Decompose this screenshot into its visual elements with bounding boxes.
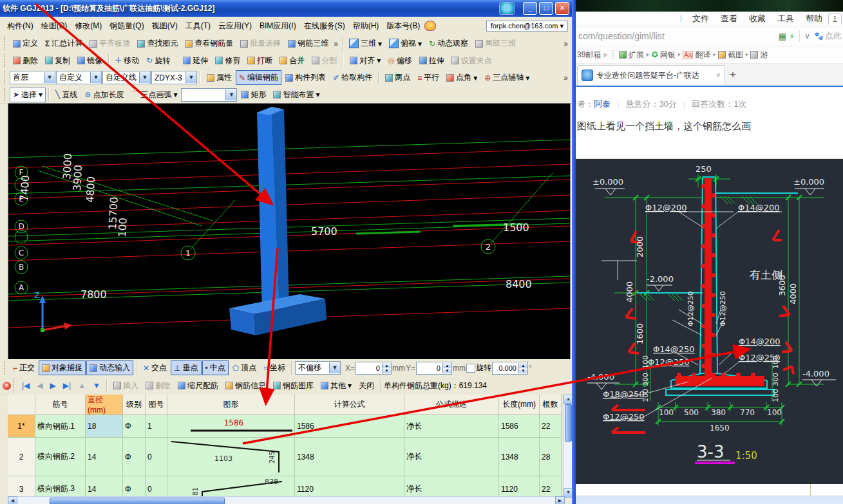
scaled-rebar-button[interactable]: 缩尺配筋 (175, 378, 222, 393)
set-grip-button[interactable]: 设置夹点 (448, 53, 495, 68)
last-row-button[interactable]: ▶| (60, 379, 74, 392)
other-menu-button[interactable]: 其他 ▾ (317, 378, 355, 393)
cell-length[interactable]: 1586 (499, 415, 540, 438)
vertex-snap-button[interactable]: ⬠顶点 (229, 360, 260, 375)
menu-bim[interactable]: BIM应用(I) (256, 19, 299, 33)
insert-row-button[interactable]: 插入 (110, 378, 142, 393)
chevron-down-icon[interactable]: ▼ (225, 89, 236, 100)
cell-desc[interactable]: 净长 (404, 415, 499, 438)
col-header-desc[interactable]: 公式描述 (404, 395, 499, 415)
scrollbar-thumb[interactable] (50, 498, 225, 504)
component-list-button[interactable]: 构件列表 (282, 70, 329, 85)
cell-length[interactable]: 1348 (499, 438, 540, 476)
bookmark-extensions[interactable]: 扩展▾ (619, 50, 649, 61)
browser-menu-help[interactable]: 帮助 (800, 13, 828, 24)
col-header-formula[interactable]: 计算公式 (295, 395, 404, 415)
delete-row-button[interactable]: 删除 (142, 378, 174, 393)
table-row[interactable]: 2 横向钢筋.2 14 Φ 0 1103 245 1348 净长 1348 28 (8, 438, 564, 476)
parallel-button[interactable]: ≡平行 (414, 70, 442, 85)
category-select[interactable]: 自定义▼ (56, 71, 102, 84)
view-rebar-qty-button[interactable]: 查看钢筋量 (182, 36, 236, 51)
cell-figno[interactable]: 1 (146, 415, 167, 438)
menu-help[interactable]: 帮助(H) (350, 19, 383, 33)
find-element-button[interactable]: 查找图元 (134, 36, 181, 51)
line-tool-button[interactable]: ╲直线 (52, 88, 81, 102)
menu-tools[interactable]: 工具(T) (182, 19, 214, 33)
col-header-name[interactable]: 筋号 (35, 395, 86, 415)
toolbar-grip[interactable] (4, 88, 8, 101)
perpendicular-snap-button[interactable]: ⊥垂点 (171, 360, 201, 375)
merge-button[interactable]: 合并 (276, 53, 308, 68)
new-tab-button[interactable]: + (725, 68, 741, 82)
intersection-snap-button[interactable]: ✕交点 (140, 360, 170, 375)
rotate-checkbox[interactable] (466, 364, 475, 373)
bookmark-screenshot[interactable]: 截图▾ (718, 50, 748, 61)
close-button[interactable]: ✕ (555, 2, 569, 15)
arc-option-select[interactable]: ▼ (181, 88, 237, 102)
spinner-arrows[interactable]: ▲▼ (382, 363, 391, 373)
row-number[interactable]: 2 (8, 438, 35, 476)
menu-component[interactable]: 构件(N) (4, 19, 37, 33)
floor-select[interactable]: 首层▼ (10, 71, 55, 84)
chevron-down-icon[interactable]: ▼ (44, 72, 55, 83)
bookmark-mail[interactable]: 39邮箱» (577, 50, 607, 61)
browser-menu-tools[interactable]: 工具 (772, 13, 800, 24)
point-angle-button[interactable]: 点角 ▾ (443, 70, 480, 85)
bookmark-games[interactable]: 游 (750, 50, 768, 61)
panel-close-icon[interactable]: ✕ (3, 382, 11, 390)
url-input[interactable]: com/question/giml/list (578, 31, 665, 41)
maximize-button[interactable]: □ (539, 2, 553, 15)
edit-rebar-button[interactable]: ✎编辑钢筋 (236, 70, 281, 85)
chevron-down-icon[interactable]: ▼ (90, 72, 101, 83)
chevron-down-icon[interactable]: ▼ (329, 362, 340, 373)
cell-diameter[interactable]: 18 (86, 415, 123, 438)
cell-qty[interactable]: 28 (540, 438, 562, 476)
move-button[interactable]: ✛移动 (112, 53, 142, 68)
two-point-button[interactable]: 两点 (382, 70, 413, 85)
offset-mode-select[interactable]: 不偏移▼ (295, 361, 341, 375)
element-select[interactable]: ZDYX-3▼ (151, 71, 197, 84)
speed-flash-icon[interactable]: ⚡ (789, 32, 795, 41)
scroll-right-icon[interactable]: ▶ (555, 496, 565, 504)
account-dropdown[interactable]: forpk.chen@163.com ▾ (486, 21, 568, 32)
stretch-button[interactable]: 拉伸 (416, 53, 448, 68)
coordinate-button[interactable]: ⌗坐标 (260, 360, 289, 375)
chevron-down-icon[interactable]: ▼ (185, 72, 196, 83)
col-header-figno[interactable]: 图号 (146, 395, 167, 415)
cell-qty[interactable]: 22 (540, 415, 562, 438)
cell-shape[interactable]: 1103 245 (167, 438, 295, 476)
viewport-3d[interactable]: F E D C B A 3000 3900 4800 15700 100 740… (8, 103, 571, 360)
menu-cloud[interactable]: 云应用(Y) (215, 19, 255, 33)
delete-button[interactable]: 删除 (10, 53, 41, 68)
menu-rebar-qty[interactable]: 钢筋量(Q) (106, 19, 147, 33)
col-header-diameter[interactable]: 直径(mm) (86, 395, 123, 415)
tab-close-icon[interactable]: × (716, 71, 721, 80)
rotate-input[interactable]: 0.000▲▼ (492, 362, 528, 375)
orbit-button[interactable]: ↻动态观察 (426, 36, 471, 51)
smart-layout-button[interactable]: 智能布置 ▾ (270, 88, 323, 102)
table-row[interactable]: 1* 横向钢筋.1 18 Φ 1 1586 1586 净长 1586 22 (8, 415, 564, 438)
cad-titlebar[interactable]: 软件 GGJ2013 - [D:\预结算及抽筋\广联达抽筋\测试-2.GGJ12… (0, 0, 572, 17)
osnap-button[interactable]: 对象捕捉 (39, 360, 86, 375)
minimize-button[interactable]: _ (523, 2, 537, 15)
spinner-arrows[interactable]: ▲▼ (442, 363, 451, 373)
rectangle-tool-button[interactable]: 矩形 (238, 88, 269, 102)
move-down-button[interactable]: ▼ (90, 379, 104, 392)
view-3d-button[interactable]: 三维 ▾ (346, 36, 385, 51)
row-number[interactable]: 1* (8, 415, 35, 438)
cell-desc[interactable]: 净长 (404, 438, 499, 476)
close-panel-button[interactable]: 关闭 (355, 378, 377, 393)
trim-button[interactable]: 修剪 (212, 53, 243, 68)
extend-button[interactable]: 延伸 (180, 53, 211, 68)
col-header-shape[interactable]: 图形 (167, 395, 295, 415)
menu-draw[interactable]: 绘图(D) (38, 19, 71, 33)
cell-figno[interactable]: 0 (146, 438, 167, 476)
bookmark-translate[interactable]: Aa翻译▾ (683, 50, 715, 61)
midpoint-snap-button[interactable]: •中点 (202, 360, 229, 375)
toolbar-grip[interactable] (13, 378, 17, 393)
align-button[interactable]: 对齐 ▾ (346, 53, 384, 68)
local-3d-button[interactable]: 局部三维 (472, 36, 519, 51)
prev-row-button[interactable]: ◀ (33, 379, 46, 392)
cell-name[interactable]: 横向钢筋.2 (35, 438, 86, 476)
toolbar-grip[interactable] (4, 37, 8, 50)
